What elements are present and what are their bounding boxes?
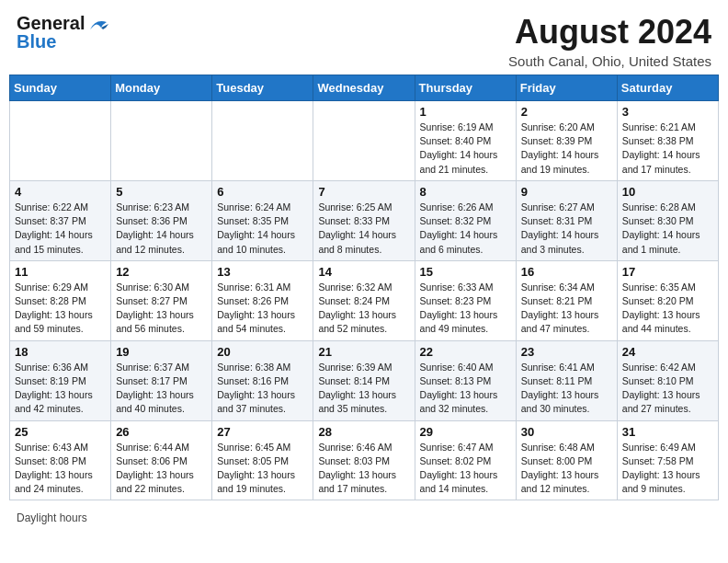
calendar-cell: 7Sunrise: 6:25 AM Sunset: 8:33 PM Daylig… [313, 180, 415, 260]
calendar-cell: 1Sunrise: 6:19 AM Sunset: 8:40 PM Daylig… [415, 101, 516, 181]
calendar-week-row: 11Sunrise: 6:29 AM Sunset: 8:28 PM Dayli… [10, 260, 719, 340]
day-number: 30 [521, 425, 612, 439]
page-header: General Blue August 2024 South Canal, Oh… [0, 0, 728, 75]
calendar-cell: 4Sunrise: 6:22 AM Sunset: 8:37 PM Daylig… [10, 180, 111, 260]
day-info: Sunrise: 6:27 AM Sunset: 8:31 PM Dayligh… [521, 201, 612, 257]
daylight-label: Daylight hours [17, 511, 87, 524]
day-info: Sunrise: 6:37 AM Sunset: 8:17 PM Dayligh… [116, 361, 207, 417]
calendar-cell: 10Sunrise: 6:28 AM Sunset: 8:30 PM Dayli… [617, 180, 718, 260]
day-number: 28 [318, 425, 409, 439]
day-info: Sunrise: 6:20 AM Sunset: 8:39 PM Dayligh… [521, 121, 612, 177]
day-number: 11 [15, 265, 106, 279]
day-info: Sunrise: 6:30 AM Sunset: 8:27 PM Dayligh… [116, 281, 207, 337]
day-of-week-header: Sunday [10, 75, 111, 101]
day-number: 23 [521, 345, 612, 359]
calendar-cell: 30Sunrise: 6:48 AM Sunset: 8:00 PM Dayli… [516, 420, 617, 500]
calendar-cell: 5Sunrise: 6:23 AM Sunset: 8:36 PM Daylig… [111, 180, 212, 260]
calendar-table: SundayMondayTuesdayWednesdayThursdayFrid… [9, 75, 719, 500]
day-number: 8 [420, 185, 511, 199]
calendar-cell: 23Sunrise: 6:41 AM Sunset: 8:11 PM Dayli… [516, 340, 617, 420]
day-info: Sunrise: 6:42 AM Sunset: 8:10 PM Dayligh… [622, 361, 713, 417]
calendar-cell [212, 101, 313, 181]
day-info: Sunrise: 6:19 AM Sunset: 8:40 PM Dayligh… [420, 121, 511, 177]
calendar-cell: 25Sunrise: 6:43 AM Sunset: 8:08 PM Dayli… [10, 420, 111, 500]
day-info: Sunrise: 6:33 AM Sunset: 8:23 PM Dayligh… [420, 281, 511, 337]
day-of-week-header: Wednesday [313, 75, 415, 101]
logo-text: General [17, 13, 110, 33]
day-number: 24 [622, 345, 713, 359]
day-info: Sunrise: 6:48 AM Sunset: 8:00 PM Dayligh… [521, 441, 612, 497]
calendar-cell: 28Sunrise: 6:46 AM Sunset: 8:03 PM Dayli… [313, 420, 415, 500]
day-info: Sunrise: 6:41 AM Sunset: 8:11 PM Dayligh… [521, 361, 612, 417]
calendar-cell: 13Sunrise: 6:31 AM Sunset: 8:26 PM Dayli… [212, 260, 313, 340]
day-info: Sunrise: 6:34 AM Sunset: 8:21 PM Dayligh… [521, 281, 612, 337]
day-number: 16 [521, 265, 612, 279]
day-info: Sunrise: 6:25 AM Sunset: 8:33 PM Dayligh… [318, 201, 409, 257]
calendar-cell: 3Sunrise: 6:21 AM Sunset: 8:38 PM Daylig… [617, 101, 718, 181]
day-of-week-header: Tuesday [212, 75, 313, 101]
calendar-cell: 29Sunrise: 6:47 AM Sunset: 8:02 PM Dayli… [415, 420, 516, 500]
calendar-cell: 19Sunrise: 6:37 AM Sunset: 8:17 PM Dayli… [111, 340, 212, 420]
day-info: Sunrise: 6:40 AM Sunset: 8:13 PM Dayligh… [420, 361, 511, 417]
day-of-week-header: Thursday [415, 75, 516, 101]
calendar-cell: 31Sunrise: 6:49 AM Sunset: 7:58 PM Dayli… [617, 420, 718, 500]
day-info: Sunrise: 6:28 AM Sunset: 8:30 PM Dayligh… [622, 201, 713, 257]
logo-bird-icon [86, 17, 110, 33]
calendar-cell: 20Sunrise: 6:38 AM Sunset: 8:16 PM Dayli… [212, 340, 313, 420]
subtitle: South Canal, Ohio, United States [508, 53, 711, 69]
logo: General Blue [17, 13, 110, 52]
day-info: Sunrise: 6:23 AM Sunset: 8:36 PM Dayligh… [116, 201, 207, 257]
day-number: 2 [521, 105, 612, 119]
day-of-week-header: Saturday [617, 75, 718, 101]
day-info: Sunrise: 6:29 AM Sunset: 8:28 PM Dayligh… [15, 281, 106, 337]
calendar-cell: 17Sunrise: 6:35 AM Sunset: 8:20 PM Dayli… [617, 260, 718, 340]
day-number: 9 [521, 185, 612, 199]
day-number: 26 [116, 425, 207, 439]
day-info: Sunrise: 6:32 AM Sunset: 8:24 PM Dayligh… [318, 281, 409, 337]
calendar-cell: 16Sunrise: 6:34 AM Sunset: 8:21 PM Dayli… [516, 260, 617, 340]
day-number: 25 [15, 425, 106, 439]
day-info: Sunrise: 6:47 AM Sunset: 8:02 PM Dayligh… [420, 441, 511, 497]
day-number: 1 [420, 105, 511, 119]
calendar-cell [313, 101, 415, 181]
day-info: Sunrise: 6:39 AM Sunset: 8:14 PM Dayligh… [318, 361, 409, 417]
day-number: 17 [622, 265, 713, 279]
calendar-cell: 27Sunrise: 6:45 AM Sunset: 8:05 PM Dayli… [212, 420, 313, 500]
day-info: Sunrise: 6:24 AM Sunset: 8:35 PM Dayligh… [217, 201, 308, 257]
calendar-cell: 26Sunrise: 6:44 AM Sunset: 8:06 PM Dayli… [111, 420, 212, 500]
calendar-cell: 14Sunrise: 6:32 AM Sunset: 8:24 PM Dayli… [313, 260, 415, 340]
day-number: 22 [420, 345, 511, 359]
day-number: 5 [116, 185, 207, 199]
day-number: 4 [15, 185, 106, 199]
day-info: Sunrise: 6:31 AM Sunset: 8:26 PM Dayligh… [217, 281, 308, 337]
footer: Daylight hours [0, 508, 728, 530]
day-number: 27 [217, 425, 308, 439]
calendar-cell: 6Sunrise: 6:24 AM Sunset: 8:35 PM Daylig… [212, 180, 313, 260]
calendar-week-row: 4Sunrise: 6:22 AM Sunset: 8:37 PM Daylig… [10, 180, 719, 260]
day-number: 20 [217, 345, 308, 359]
title-block: August 2024 South Canal, Ohio, United St… [508, 13, 711, 69]
day-info: Sunrise: 6:22 AM Sunset: 8:37 PM Dayligh… [15, 201, 106, 257]
day-number: 12 [116, 265, 207, 279]
calendar-cell: 24Sunrise: 6:42 AM Sunset: 8:10 PM Dayli… [617, 340, 718, 420]
day-number: 7 [318, 185, 409, 199]
calendar-week-row: 18Sunrise: 6:36 AM Sunset: 8:19 PM Dayli… [10, 340, 719, 420]
day-info: Sunrise: 6:21 AM Sunset: 8:38 PM Dayligh… [622, 121, 713, 177]
day-of-week-header: Monday [111, 75, 212, 101]
day-info: Sunrise: 6:49 AM Sunset: 7:58 PM Dayligh… [622, 441, 713, 497]
day-info: Sunrise: 6:26 AM Sunset: 8:32 PM Dayligh… [420, 201, 511, 257]
day-info: Sunrise: 6:46 AM Sunset: 8:03 PM Dayligh… [318, 441, 409, 497]
calendar-week-row: 25Sunrise: 6:43 AM Sunset: 8:08 PM Dayli… [10, 420, 719, 500]
day-number: 31 [622, 425, 713, 439]
calendar-week-row: 1Sunrise: 6:19 AM Sunset: 8:40 PM Daylig… [10, 101, 719, 181]
calendar-header-row: SundayMondayTuesdayWednesdayThursdayFrid… [10, 75, 719, 101]
calendar-cell [10, 101, 111, 181]
day-number: 14 [318, 265, 409, 279]
day-info: Sunrise: 6:45 AM Sunset: 8:05 PM Dayligh… [217, 441, 308, 497]
calendar-cell: 9Sunrise: 6:27 AM Sunset: 8:31 PM Daylig… [516, 180, 617, 260]
calendar-cell: 8Sunrise: 6:26 AM Sunset: 8:32 PM Daylig… [415, 180, 516, 260]
day-number: 29 [420, 425, 511, 439]
day-number: 21 [318, 345, 409, 359]
day-info: Sunrise: 6:44 AM Sunset: 8:06 PM Dayligh… [116, 441, 207, 497]
day-number: 6 [217, 185, 308, 199]
